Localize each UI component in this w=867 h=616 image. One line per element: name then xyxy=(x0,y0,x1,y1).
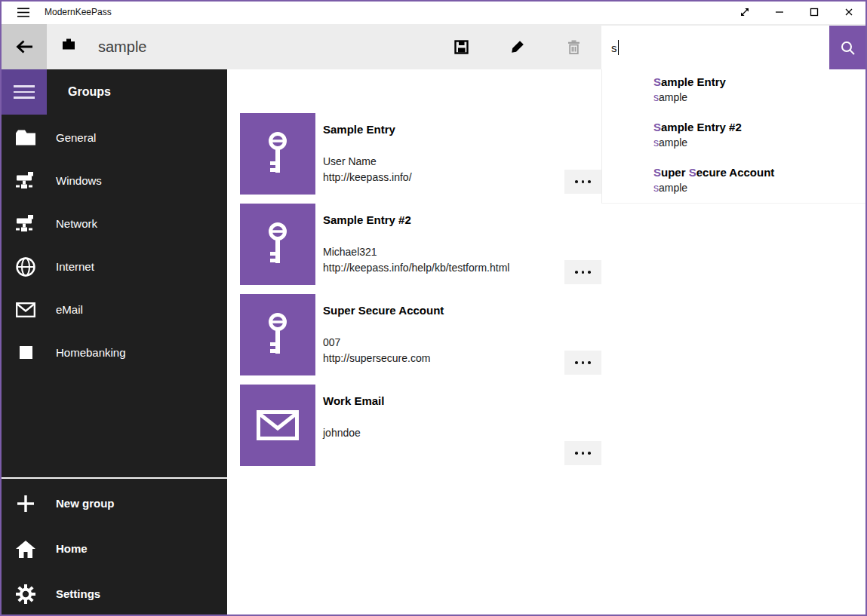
entry-url: http://keepass.info/help/kb/testform.htm… xyxy=(323,260,509,276)
more-button[interactable] xyxy=(564,170,601,194)
suggestion-sample-entry-2[interactable]: Sample Entry #2 sample xyxy=(602,115,865,160)
fullscreen-icon xyxy=(739,6,751,18)
entry-title: Work Email xyxy=(323,394,384,409)
more-button[interactable] xyxy=(564,351,601,375)
back-arrow-icon xyxy=(14,39,34,54)
entry-username: User Name xyxy=(323,154,412,170)
sidebar-separator xyxy=(2,477,227,479)
titlebar-hamburger-button[interactable] xyxy=(11,0,36,24)
more-button[interactable] xyxy=(564,260,601,284)
entry-row[interactable]: Super Secure Account 007 http://supersec… xyxy=(240,294,602,375)
entry-title: Super Secure Account xyxy=(323,303,444,318)
more-icon xyxy=(575,180,578,183)
entry-tile xyxy=(240,294,315,375)
entry-url: http://supersecure.com xyxy=(323,351,430,366)
suggestion-subtitle: sample xyxy=(653,90,865,105)
home-icon xyxy=(14,526,37,572)
entry-details: Michael321 http://keepass.info/help/kb/t… xyxy=(323,244,509,275)
hamburger-icon xyxy=(17,8,29,17)
maximize-button[interactable] xyxy=(797,0,832,23)
hamburger-icon xyxy=(14,85,35,87)
more-icon xyxy=(575,452,578,455)
entry-url: http://keepass.info/ xyxy=(323,170,412,185)
search-input[interactable]: s xyxy=(601,26,829,69)
entry-username: johndoe xyxy=(323,425,361,441)
suggestion-title: Sample Entry #2 xyxy=(653,120,865,135)
network-icon xyxy=(14,202,37,245)
key-icon xyxy=(261,131,294,176)
trash-icon xyxy=(567,40,580,54)
back-button[interactable] xyxy=(2,24,47,69)
save-icon xyxy=(454,40,469,54)
entry-details: 007 http://supersecure.com xyxy=(323,335,430,366)
suggestion-subtitle: sample xyxy=(653,135,865,150)
delete-button[interactable] xyxy=(555,24,592,69)
more-button[interactable] xyxy=(564,441,601,465)
sidebar-item-homebanking[interactable]: Homebanking xyxy=(2,331,227,374)
app-title: ModernKeePass xyxy=(45,0,112,24)
entry-username: Michael321 xyxy=(323,244,509,260)
sidebar-item-windows[interactable]: Windows xyxy=(2,159,227,202)
minimize-icon xyxy=(773,6,786,18)
sidebar-item-email[interactable]: eMail xyxy=(2,288,227,331)
more-icon xyxy=(575,271,578,274)
database-icon xyxy=(62,38,75,50)
entry-tile xyxy=(240,204,315,285)
groups-header: Groups xyxy=(68,69,111,115)
entry-row[interactable]: Sample Entry User Name http://keepass.in… xyxy=(240,113,602,195)
suggestion-title: Sample Entry xyxy=(653,75,865,90)
email-icon xyxy=(257,410,299,440)
entry-row[interactable]: Work Email johndoe xyxy=(240,385,602,466)
entry-tile xyxy=(240,385,315,466)
close-icon xyxy=(843,6,855,18)
sidebar-item-home[interactable]: Home xyxy=(2,526,227,572)
entry-title: Sample Entry xyxy=(323,122,395,137)
search-input-value: s xyxy=(611,41,617,54)
suggestion-title: Super Secure Account xyxy=(653,165,865,180)
globe-icon xyxy=(14,245,37,288)
title-bar: ModernKeePass xyxy=(0,0,867,24)
search-suggestions-panel: Sample Entry sample Sample Entry #2 samp… xyxy=(601,69,865,204)
edit-button[interactable] xyxy=(500,24,536,69)
search-button[interactable] xyxy=(829,26,865,69)
sidebar-item-general[interactable]: General xyxy=(2,116,227,159)
search-icon xyxy=(840,40,856,56)
pencil-icon xyxy=(511,40,524,54)
more-icon xyxy=(575,361,578,364)
folder-icon xyxy=(14,116,37,159)
network-icon xyxy=(14,159,37,202)
sidebar: Groups General Windows xyxy=(2,69,227,614)
maximize-icon xyxy=(808,6,820,18)
entry-details: User Name http://keepass.info/ xyxy=(323,154,412,185)
entry-details: johndoe xyxy=(323,425,361,441)
minimize-button[interactable] xyxy=(762,0,797,23)
close-button[interactable] xyxy=(832,0,866,23)
fullscreen-button[interactable] xyxy=(727,0,762,23)
entry-tile xyxy=(240,113,315,195)
sidebar-item-settings[interactable]: Settings xyxy=(2,572,227,616)
suggestion-subtitle: sample xyxy=(653,180,865,195)
sidebar-item-internet[interactable]: Internet xyxy=(2,245,227,288)
entry-title: Sample Entry #2 xyxy=(323,213,411,228)
suggestion-sample-entry[interactable]: Sample Entry sample xyxy=(602,69,865,115)
mail-icon xyxy=(14,288,37,331)
key-icon xyxy=(261,222,294,267)
nav-hamburger-button[interactable] xyxy=(2,69,47,115)
database-title: sample xyxy=(98,24,146,69)
text-cursor xyxy=(618,40,620,55)
sidebar-item-new-group[interactable]: New group xyxy=(2,481,227,526)
square-icon xyxy=(14,331,37,374)
key-icon xyxy=(261,312,294,357)
sidebar-item-network[interactable]: Network xyxy=(2,202,227,245)
entry-username: 007 xyxy=(323,335,430,351)
save-button[interactable] xyxy=(443,24,479,69)
suggestion-super-secure-account[interactable]: Super Secure Account sample xyxy=(602,160,865,205)
entry-row[interactable]: Sample Entry #2 Michael321 http://keepas… xyxy=(240,204,602,285)
gear-icon xyxy=(14,572,37,616)
plus-icon xyxy=(14,481,37,526)
